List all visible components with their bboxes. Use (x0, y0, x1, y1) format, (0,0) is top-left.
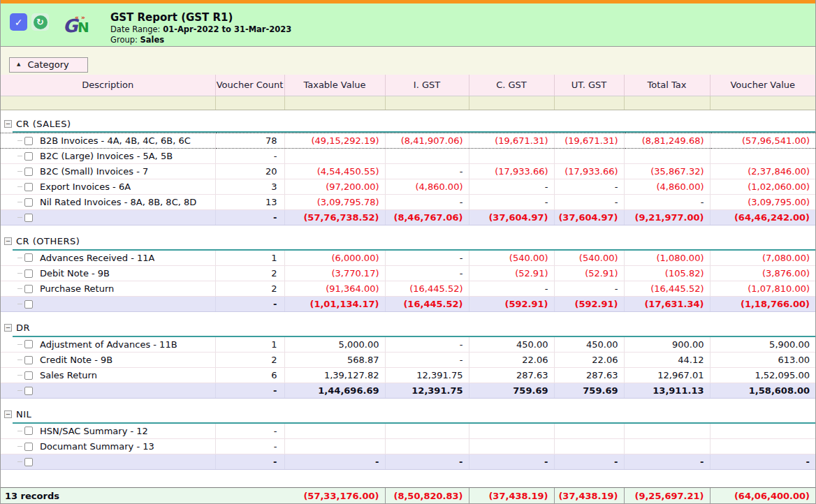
row-label: HSN/SAC Summary - 12 (40, 426, 148, 436)
row-checkbox[interactable] (24, 137, 33, 145)
collapse-icon[interactable]: − (4, 237, 12, 245)
amount-cell: 12,967.01 (624, 368, 710, 383)
filter-cell[interactable] (385, 96, 469, 110)
table-row[interactable]: B2B Invoices - 4A, 4B, 4C, 6B, 6C78(49,1… (1, 133, 815, 149)
grand-total-cell: (64,06,400.00) (710, 488, 815, 503)
category-button[interactable]: ▲ Category (9, 57, 88, 73)
column-header-total-tax[interactable]: Total Tax (624, 75, 710, 96)
amount-cell: - (385, 266, 469, 281)
filter-cell[interactable] (1, 96, 215, 110)
column-header-voucher-value[interactable]: Voucher Value (710, 75, 815, 96)
row-label: Debit Note - 9B (40, 268, 110, 279)
category-button-label: Category (27, 59, 68, 70)
table-row[interactable]: B2C (Large) Invoices - 5A, 5B- (1, 149, 815, 164)
title-block: GST Report (GST R1) Date Range: 01-Apr-2… (110, 10, 291, 45)
row-checkbox[interactable] (24, 214, 33, 222)
group-subtotal-row[interactable]: -1,44,696.6912,391.75759.69759.6913,911.… (1, 383, 815, 399)
table-row[interactable]: B2C (Small) Invoices - 720(4,54,450.55)-… (1, 164, 815, 179)
grand-total-cell: (37,438.19) (469, 488, 554, 503)
row-checkbox[interactable] (24, 253, 33, 262)
amount-cell: 13,911.13 (624, 383, 710, 399)
column-header-ut-gst[interactable]: UT. GST (554, 75, 624, 96)
row-checkbox[interactable] (24, 387, 33, 395)
group-subtotal-row[interactable]: ------- (1, 454, 815, 470)
row-label: Sales Return (40, 370, 97, 380)
group-subtotal-row[interactable]: -(57,76,738.52)(8,46,767.06)(37,604.97)(… (1, 210, 815, 225)
column-header-description[interactable]: Description (1, 75, 215, 96)
voucher-count-cell: - (215, 439, 284, 454)
table-row[interactable]: Debit Note - 9B2(3,770.17)-(52.91)(52.91… (1, 266, 815, 281)
table-row[interactable]: Export Invoices - 6A3(97,200.00)(4,860.0… (1, 179, 815, 195)
refresh-icon: ↻ (34, 15, 48, 29)
row-checkbox[interactable] (24, 300, 33, 309)
sort-asc-icon: ▲ (17, 61, 20, 67)
tree-branch-line (17, 344, 22, 345)
amount-cell: 287.63 (469, 368, 554, 383)
voucher-count-cell: 2 (215, 353, 284, 368)
refresh-button[interactable]: ↻ (31, 13, 49, 31)
table-row[interactable]: Nil Rated Invoices - 8A, 8B, 8C, 8D13(3,… (1, 195, 815, 210)
row-label: B2C (Small) Invoices - 7 (40, 166, 148, 177)
row-checkbox[interactable] (24, 443, 33, 451)
table-row[interactable]: Sales Return61,39,127.8212,391.75287.632… (1, 368, 815, 383)
amount-cell: 568.87 (284, 353, 385, 368)
amount-cell: - (385, 164, 469, 179)
tree-branch-line (17, 461, 22, 462)
column-header-taxable-value[interactable]: Taxable Value (284, 75, 385, 96)
voucher-count-cell: 3 (215, 179, 284, 195)
amount-cell: - (554, 281, 624, 297)
table-row[interactable]: Adjustment of Advances - 11B15,000.00-45… (1, 337, 815, 353)
voucher-count-cell: 78 (215, 133, 284, 149)
date-range-value: 01-Apr-2022 to 31-Mar-2023 (163, 24, 291, 34)
filter-cell[interactable] (469, 96, 554, 110)
amount-cell (284, 424, 385, 439)
collapse-icon[interactable]: − (4, 324, 12, 332)
row-checkbox[interactable] (24, 340, 33, 348)
filter-cell[interactable] (284, 96, 385, 110)
row-checkbox[interactable] (24, 152, 33, 161)
collapse-icon[interactable]: − (4, 410, 12, 418)
filter-cell[interactable] (215, 96, 284, 110)
select-check-icon[interactable]: ✓ (10, 13, 27, 31)
row-checkbox[interactable] (24, 285, 33, 293)
amount-cell: (64,46,242.00) (710, 210, 815, 225)
voucher-count-cell: 1 (215, 251, 284, 266)
amount-cell: 22.06 (469, 353, 554, 368)
table-row[interactable]: Advances Received - 11A1(6,000.00)-(540.… (1, 251, 815, 266)
column-header-voucher-count[interactable]: Voucher Count (215, 75, 284, 96)
table-row[interactable]: Credit Note - 9B2568.87-22.0622.0644.126… (1, 353, 815, 368)
table-row[interactable]: Documant Summary - 13- (1, 439, 815, 454)
row-checkbox[interactable] (24, 356, 33, 364)
filter-cell[interactable] (554, 96, 624, 110)
collapse-icon[interactable]: − (4, 120, 12, 128)
group-label: Group: (110, 35, 138, 45)
amount-cell: - (469, 454, 554, 470)
row-checkbox[interactable] (24, 168, 33, 176)
report-table-zone: DescriptionVoucher CountTaxable ValueI. … (1, 75, 815, 487)
filter-cell[interactable] (710, 96, 815, 110)
amount-cell (469, 439, 554, 454)
amount-cell: (8,81,249.68) (624, 133, 710, 149)
row-checkbox[interactable] (24, 458, 33, 466)
filter-cell[interactable] (624, 96, 710, 110)
amount-cell: 22.06 (554, 353, 624, 368)
row-checkbox[interactable] (24, 198, 33, 207)
tree-branch-line (17, 360, 22, 360)
table-row[interactable]: HSN/SAC Summary - 12- (1, 424, 815, 439)
column-header-c-gst[interactable]: C. GST (469, 75, 554, 96)
row-checkbox[interactable] (24, 269, 33, 278)
tree-branch-line (17, 171, 22, 172)
row-checkbox[interactable] (24, 427, 33, 435)
amount-cell: (592.91) (469, 297, 554, 312)
row-checkbox[interactable] (24, 371, 33, 380)
amount-cell: (592.91) (554, 297, 624, 312)
amount-cell: - (385, 454, 469, 470)
section-spacer (1, 225, 815, 234)
group-subtotal-row[interactable]: -(1,01,134.17)(16,445.52)(592.91)(592.91… (1, 297, 815, 312)
gap-row (1, 110, 815, 116)
amount-cell: (3,09,795.00) (710, 195, 815, 210)
row-checkbox[interactable] (24, 183, 33, 191)
table-row[interactable]: Purchase Return2(91,364.00)(16,445.52)--… (1, 281, 815, 297)
column-header-i-gst[interactable]: I. GST (385, 75, 469, 96)
page-title: GST Report (GST R1) (110, 10, 291, 24)
